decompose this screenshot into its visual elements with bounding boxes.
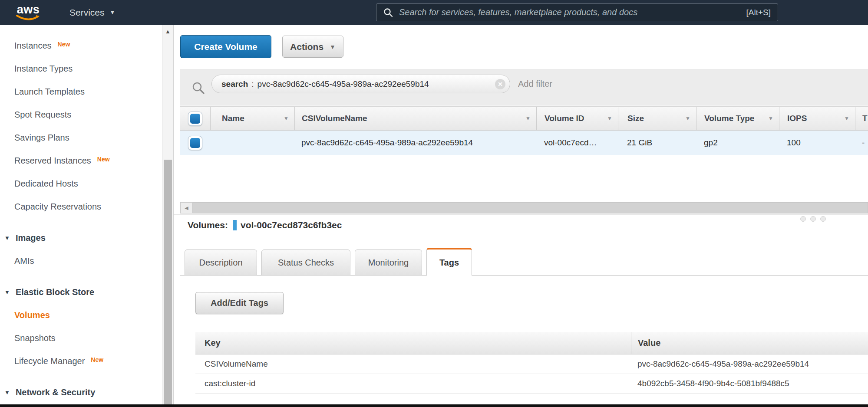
sort-icon[interactable]: ▼ [284, 115, 289, 121]
cell-csivolumename: pvc-8ac9d62c-c645-495a-989a-ac292ee59b14 [294, 131, 536, 155]
column-header-name[interactable]: Name ▼ [210, 107, 294, 130]
sort-icon[interactable]: ▼ [768, 115, 773, 121]
services-menu[interactable]: Services ▼ [69, 7, 115, 18]
sidebar-section-elastic-block-store[interactable]: ▼ Elastic Block Store [0, 281, 162, 304]
heading-label: Volumes: [188, 220, 228, 230]
panel-divider [174, 214, 868, 214]
horizontal-scrollbar[interactable]: ◀ [180, 202, 868, 213]
sidebar-item-savings-plans[interactable]: Savings Plans [0, 126, 162, 149]
select-all-checkbox[interactable] [180, 107, 210, 130]
tags-table: Key Value CSIVolumeName pvc-8ac9d62c-c64… [195, 332, 868, 394]
sort-icon[interactable]: ▼ [607, 115, 612, 121]
detail-tabs: Description Status Checks Monitoring Tag… [185, 248, 476, 276]
tab-monitoring[interactable]: Monitoring [355, 249, 422, 276]
sidebar-item-snapshots[interactable]: Snapshots [0, 327, 162, 350]
column-header-size[interactable]: Size ▼ [618, 107, 696, 130]
sidebar-item-instance-types[interactable]: Instance Types [0, 57, 162, 80]
tag-key: CSIVolumeName [195, 354, 631, 374]
sidebar-item-spot-requests[interactable]: Spot Requests [0, 103, 162, 126]
sidebar-item-launch-templates[interactable]: Launch Templates [0, 80, 162, 103]
tag-row: CSIVolumeName pvc-8ac9d62c-c645-495a-989… [195, 354, 868, 374]
bottom-edge-bar [0, 404, 868, 407]
services-label: Services [69, 7, 105, 18]
aws-logo-text: aws [16, 4, 41, 15]
search-filter-token[interactable]: search : pvc-8ac9d62c-c645-495a-989a-ac2… [211, 75, 510, 93]
token-value: pvc-8ac9d62c-c645-495a-989a-ac292ee59b14 [257, 79, 429, 89]
top-navigation-bar: aws Services ▼ [Alt+S] [0, 0, 868, 25]
sort-icon[interactable]: ▼ [685, 115, 690, 121]
volumes-table-header: Name ▼ CSIVolumeName ▼ Volume ID ▼ Size … [180, 106, 868, 131]
sort-icon[interactable]: ▼ [844, 115, 849, 121]
row-checkbox[interactable] [180, 131, 210, 155]
tags-key-header: Key [195, 332, 631, 354]
cell-name [210, 131, 294, 155]
sidebar-item-dedicated-hosts[interactable]: Dedicated Hosts [0, 172, 162, 195]
search-icon [383, 8, 393, 17]
aws-logo[interactable]: aws [16, 4, 41, 21]
scroll-up-icon[interactable]: ▲ [162, 25, 173, 38]
filter-bar: search : pvc-8ac9d62c-c645-495a-989a-ac2… [180, 69, 868, 105]
token-remove-icon[interactable]: ✕ [495, 79, 505, 89]
sidebar-scrollbar[interactable]: ▲ [162, 25, 174, 404]
global-search-input[interactable] [399, 7, 741, 17]
tags-table-header: Key Value [195, 332, 868, 354]
collapse-triangle-icon: ▼ [4, 289, 10, 295]
resize-handle-icon[interactable] [800, 216, 826, 222]
tag-value: 4b092cb5-3458-4f90-9b4c-5081bf9488c5 [631, 374, 868, 393]
token-separator: : [251, 79, 254, 89]
cell-iops: 100 [779, 131, 855, 155]
sidebar-scrollbar-thumb[interactable] [164, 160, 172, 404]
add-edit-tags-button[interactable]: Add/Edit Tags [195, 292, 284, 314]
horizontal-scrollbar-thumb[interactable] [193, 202, 868, 213]
detail-panel-heading: Volumes: vol-00c7ecd873c6fb3ec [188, 220, 342, 230]
heading-volume-id: vol-00c7ecd873c6fb3ec [241, 220, 342, 230]
new-badge: New [58, 41, 70, 48]
create-volume-button[interactable]: Create Volume [180, 35, 271, 58]
tag-row: cast:cluster-id 4b092cb5-3458-4f90-9b4c-… [195, 374, 868, 394]
sidebar-item-lifecycle-manager[interactable]: Lifecycle Manager New [0, 350, 162, 373]
token-key: search [221, 79, 248, 89]
sidebar-item-capacity-reservations[interactable]: Capacity Reservations [0, 195, 162, 218]
chevron-down-icon: ▼ [330, 43, 336, 50]
main-content: Create Volume Actions ▼ search : pvc-8ac… [174, 25, 868, 404]
tag-key: cast:cluster-id [195, 374, 631, 393]
chevron-down-icon: ▼ [110, 9, 116, 16]
heading-caret [233, 220, 237, 230]
column-header-volume-id[interactable]: Volume ID ▼ [536, 107, 618, 130]
volume-table-row[interactable]: pvc-8ac9d62c-c645-495a-989a-ac292ee59b14… [180, 131, 868, 155]
tab-status-checks[interactable]: Status Checks [261, 249, 350, 276]
column-header-csivolumename[interactable]: CSIVolumeName ▼ [294, 107, 536, 130]
sidebar-item-volumes[interactable]: Volumes [0, 304, 162, 327]
sidebar-item-reserved-instances[interactable]: Reserved Instances New [0, 149, 162, 172]
tag-value: pvc-8ac9d62c-c645-495a-989a-ac292ee59b14 [631, 354, 868, 374]
collapse-triangle-icon: ▼ [4, 235, 10, 241]
add-filter-input[interactable] [518, 75, 692, 93]
new-badge: New [97, 156, 110, 163]
sidebar-item-instances[interactable]: Instances New [0, 34, 162, 57]
ec2-console-screen: aws Services ▼ [Alt+S] Instances New Ins… [0, 0, 868, 407]
filter-search-icon [191, 81, 205, 95]
tab-description[interactable]: Description [185, 249, 257, 276]
global-search-box[interactable]: [Alt+S] [376, 3, 778, 21]
keyboard-shortcut-hint: [Alt+S] [746, 8, 771, 17]
new-badge: New [91, 356, 103, 363]
cell-volume-id: vol-00c7ecd… [536, 131, 618, 155]
collapse-triangle-icon: ▼ [4, 389, 10, 396]
sort-icon[interactable]: ▼ [525, 115, 531, 121]
actions-button[interactable]: Actions ▼ [282, 36, 343, 58]
sidebar-section-images[interactable]: ▼ Images [0, 226, 162, 249]
cell-size: 21 GiB [618, 131, 696, 155]
sidebar-item-amis[interactable]: AMIs [0, 249, 162, 272]
sidebar-section-network-security[interactable]: ▼ Network & Security [0, 381, 162, 404]
cell-tags-clipped: - [855, 131, 868, 155]
tags-value-header: Value [631, 332, 868, 354]
sidebar-navigation: Instances New Instance Types Launch Temp… [0, 25, 162, 404]
cell-volume-type: gp2 [696, 131, 779, 155]
column-header-volume-type[interactable]: Volume Type ▼ [696, 107, 779, 130]
tab-tags[interactable]: Tags [426, 248, 472, 276]
scroll-left-icon[interactable]: ◀ [180, 202, 193, 213]
column-header-iops[interactable]: IOPS ▼ [779, 107, 855, 130]
column-header-tags-clipped[interactable]: T [855, 107, 868, 130]
